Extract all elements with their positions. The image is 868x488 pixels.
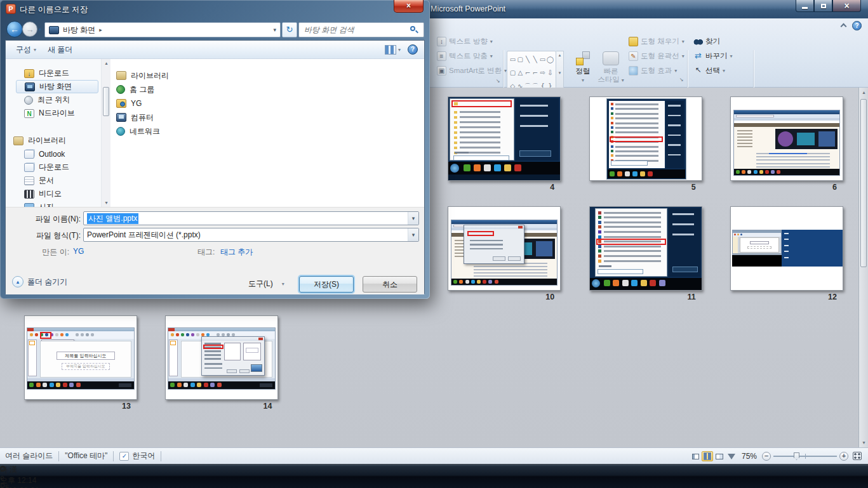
zoom-in-button[interactable]: + <box>839 452 848 461</box>
nav-item-download[interactable]: 다운로드 <box>16 67 98 80</box>
nav-scrollbar-thumb[interactable] <box>103 87 109 116</box>
view-slideshow-button[interactable] <box>726 451 737 461</box>
desktop-location-icon <box>49 26 59 34</box>
file-list-item[interactable]: 라이브러리 <box>112 69 169 82</box>
nav-pane-scrollbar[interactable]: ▴ ▾ <box>101 59 110 207</box>
zoom-slider-handle[interactable] <box>794 452 799 460</box>
ribbon-help-icon[interactable] <box>852 21 862 30</box>
search-icon[interactable] <box>410 25 418 34</box>
file-name-label: 파일 이름(N): <box>6 214 81 225</box>
slide-thumbnail-10[interactable] <box>448 206 561 291</box>
desktop-icon <box>25 82 35 91</box>
fit-to-window-button[interactable] <box>853 452 862 460</box>
convert-smartart-button[interactable]: SmartArt로 변환 <box>437 64 507 77</box>
nav-item-documents[interactable]: 문서 <box>16 174 98 187</box>
file-type-select[interactable]: PowerPoint 프레젠테이션 (*.pptx) <box>83 228 419 242</box>
status-language[interactable]: 한국어 <box>132 451 155 461</box>
file-name-input[interactable]: 사진 앨범.pptx <box>83 211 419 225</box>
select-button[interactable]: 선택 <box>693 64 725 77</box>
view-slide-sorter-button[interactable] <box>702 451 713 461</box>
slide-thumbnail-11[interactable] <box>589 206 702 291</box>
file-list-item[interactable]: 컴퓨터 <box>112 110 154 124</box>
authors-value[interactable]: YG <box>73 247 84 256</box>
organize-button[interactable]: 구성 <box>12 43 40 57</box>
dialog-close-button[interactable] <box>394 0 424 13</box>
align-text-icon <box>437 51 446 61</box>
slide-thumbnail-5[interactable] <box>589 96 702 181</box>
arrange-button[interactable]: 정렬 <box>570 51 596 83</box>
slide-thumbnail-13[interactable]: 제목을 입력하십시오부제목을 입력하십시오 <box>24 315 137 400</box>
file-name-dropdown-icon[interactable] <box>408 212 418 225</box>
view-normal-button[interactable] <box>690 451 701 461</box>
library-icon <box>24 150 34 159</box>
views-button[interactable] <box>382 44 404 56</box>
slide-thumbnail-4[interactable] <box>448 96 561 181</box>
spellcheck-icon[interactable] <box>119 452 129 461</box>
shape-fill-button[interactable]: 도형 채우기 <box>629 35 684 48</box>
vertical-scrollbar[interactable]: ▴ ▾ <box>858 88 868 447</box>
desktop-screen: Microsoft PowerPoint 텍스트 방향 텍스트 맞춤 Smart… <box>0 0 868 488</box>
nav-item-libraries[interactable]: 라이브러리 <box>8 134 98 147</box>
select-icon <box>693 66 703 76</box>
nav-item-library[interactable]: 다운로드 <box>16 161 98 174</box>
forward-button[interactable] <box>22 22 37 37</box>
drawing-dialog-launcher-icon[interactable] <box>678 77 684 83</box>
file-list-item[interactable]: 홈 그룹 <box>112 82 154 96</box>
nav-item-label: 최근 위치 <box>37 95 70 105</box>
clock[interactable]: 오후 12:14 2013-08-01 <box>0 475 868 488</box>
scrollbar-thumb[interactable] <box>860 99 867 267</box>
file-type-dropdown-icon[interactable] <box>408 228 418 241</box>
nav-item-library[interactable]: Outlook <box>16 147 98 161</box>
slide-number: 11 <box>589 293 702 301</box>
taskbar-internet-explorer-button[interactable]: e <box>0 473 15 482</box>
quick-styles-button[interactable]: 빠른 스타일 <box>596 51 626 84</box>
hide-folders-button[interactable]: 폴더 숨기기 <box>12 276 67 287</box>
address-bar[interactable]: 바탕 화면 <box>44 22 281 37</box>
libraries-icon <box>13 136 23 145</box>
refresh-button[interactable] <box>282 22 297 37</box>
zoom-percentage[interactable]: 75% <box>742 452 757 461</box>
new-folder-button[interactable]: 새 폴더 <box>44 43 76 57</box>
shape-effects-button[interactable]: 도형 효과 <box>629 64 677 77</box>
slide-thumbnail-14[interactable] <box>165 315 278 400</box>
replace-button[interactable]: 바꾸기 <box>693 49 733 62</box>
nav-item-desktop[interactable]: 바탕 화면 <box>16 80 98 93</box>
nav-item-videos[interactable]: 비디오 <box>16 187 98 201</box>
slide-thumbnail-6[interactable] <box>730 96 843 181</box>
help-icon[interactable] <box>408 44 418 55</box>
shape-effects-icon <box>629 66 638 76</box>
taskbar-photoshop-button[interactable]: Ps <box>0 482 15 488</box>
text-direction-button[interactable]: 텍스트 방향 <box>437 35 493 48</box>
view-reading-button[interactable] <box>714 451 725 461</box>
minimize-button[interactable] <box>796 0 814 12</box>
file-list-item[interactable]: 네트워크 <box>112 124 160 138</box>
restore-button[interactable] <box>814 0 832 12</box>
taskbar-outlook-button[interactable]: O <box>0 465 15 473</box>
tools-button[interactable]: 도구(L) <box>248 279 284 289</box>
back-button[interactable] <box>6 21 23 37</box>
nav-item-recent-places[interactable]: 최근 위치 <box>16 93 98 107</box>
cancel-button[interactable]: 취소 <box>363 276 417 293</box>
zoom-out-button[interactable]: – <box>762 452 771 461</box>
paragraph-dialog-launcher-icon[interactable] <box>495 78 501 84</box>
address-location[interactable]: 바탕 화면 <box>63 25 95 36</box>
align-text-button[interactable]: 텍스트 맞춤 <box>437 49 493 62</box>
slide13-subtitle-placeholder: 부제목을 입력하십시오 <box>62 363 110 370</box>
address-dropdown-icon[interactable] <box>273 27 276 33</box>
ribbon-collapse-icon[interactable] <box>839 22 847 30</box>
smartart-icon <box>437 66 446 76</box>
close-button[interactable] <box>832 0 861 12</box>
find-button[interactable]: 찾기 <box>693 35 720 48</box>
nav-item-label: 라이브러리 <box>28 135 66 146</box>
nav-item-label: 문서 <box>39 175 54 186</box>
file-list-item[interactable]: YG <box>112 96 142 110</box>
slide-thumbnail-12[interactable] <box>730 206 843 291</box>
search-box[interactable]: 바탕 화면 검색 <box>298 22 424 37</box>
tags-add-link[interactable]: 태그 추가 <box>220 247 253 258</box>
save-button[interactable]: 저장(S) <box>299 276 354 293</box>
recent-locations-icon[interactable] <box>39 27 41 32</box>
shape-outline-button[interactable]: 도형 윤곽선 <box>629 49 684 62</box>
outlook-icon: O <box>0 465 6 473</box>
breadcrumb-arrow-icon[interactable] <box>99 27 102 33</box>
nav-item-ndrive[interactable]: N드라이브 <box>16 107 98 120</box>
